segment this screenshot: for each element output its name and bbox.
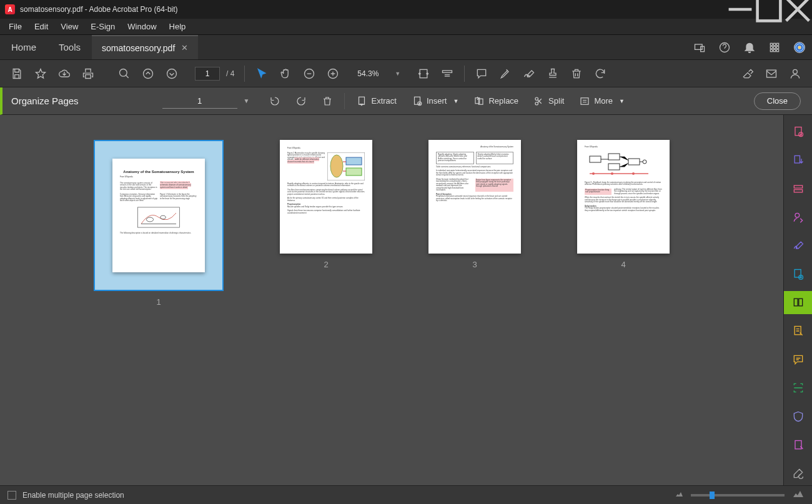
split-button[interactable]: Split: [527, 91, 570, 112]
request-sign-icon[interactable]: [784, 205, 813, 229]
svg-rect-59: [795, 440, 801, 448]
close-tab-icon[interactable]: ✕: [181, 43, 188, 52]
select-tool-icon[interactable]: [251, 63, 272, 84]
svg-rect-21: [420, 69, 427, 77]
stamp-icon[interactable]: [542, 63, 563, 84]
fill-sign-icon[interactable]: [784, 234, 813, 257]
page1-title: Anatomy of the Somatosensory System: [120, 170, 197, 174]
multi-select-checkbox[interactable]: [7, 491, 16, 500]
svg-rect-1: [695, 44, 703, 49]
menu-edit[interactable]: Edit: [28, 20, 54, 33]
erase-icon[interactable]: [737, 63, 758, 84]
redact-icon[interactable]: [784, 433, 813, 457]
comment-icon[interactable]: [471, 63, 492, 84]
share-devices-icon[interactable]: [687, 35, 712, 59]
rotate-cw-button[interactable]: [289, 91, 313, 112]
sticky-note-icon[interactable]: [784, 348, 813, 372]
close-button[interactable]: Close: [754, 92, 801, 110]
menu-esign[interactable]: E-Sign: [84, 20, 121, 33]
fit-width-icon[interactable]: [413, 63, 434, 84]
more-tools-icon[interactable]: [784, 462, 813, 485]
page-thumbnail-2[interactable]: From Wikipedia Figure 2 Mammalian muscle…: [280, 140, 372, 269]
combine-icon[interactable]: [784, 262, 813, 286]
page-thumbnail-3[interactable]: Anatomy of the Somatosensory System Rapi…: [428, 140, 521, 269]
create-pdf-icon[interactable]: [784, 120, 813, 144]
comment-tool-icon[interactable]: [784, 319, 813, 343]
page-thumbnail-4[interactable]: From Wikipedia Figure 3 - Feedback loops…: [577, 140, 670, 269]
page-count-label: / 4: [226, 69, 234, 78]
multi-select-label: Enable multiple page selection: [22, 491, 124, 500]
replace-button[interactable]: Replace: [467, 91, 525, 112]
star-icon[interactable]: [30, 63, 51, 84]
zoom-level[interactable]: 54.3%: [346, 66, 390, 82]
page-number-1: 1: [156, 297, 161, 307]
delete-icon[interactable]: [566, 63, 587, 84]
document-tab[interactable]: somatosensory.pdf ✕: [92, 35, 198, 59]
maximize-button[interactable]: [755, 0, 783, 19]
export-pdf-icon[interactable]: [784, 149, 813, 172]
bell-icon[interactable]: [737, 35, 762, 59]
page-thumbnails-area: Anatomy of the Somatosensory System From…: [0, 115, 783, 485]
main-toolbar: 1 / 4 54.3% ▼: [0, 60, 812, 87]
tab-home[interactable]: Home: [0, 35, 47, 59]
zoom-out-icon[interactable]: [299, 63, 320, 84]
right-tools-panel: [783, 115, 812, 485]
mail-icon[interactable]: [761, 63, 782, 84]
insert-button[interactable]: Insert▼: [405, 91, 465, 112]
svg-rect-22: [443, 71, 452, 72]
svg-rect-41: [608, 154, 620, 160]
sign-icon[interactable]: [518, 63, 540, 84]
more-button[interactable]: More▼: [573, 91, 631, 112]
page-down-icon[interactable]: [161, 63, 182, 84]
scan-icon[interactable]: [784, 376, 813, 400]
close-window-button[interactable]: [783, 0, 812, 19]
svg-point-24: [793, 69, 798, 74]
account-icon[interactable]: [785, 63, 806, 84]
rotate-ccw-button[interactable]: [263, 91, 287, 112]
organize-pages-icon[interactable]: [784, 291, 813, 315]
save-icon[interactable]: [6, 63, 27, 84]
thumbnail-size-slider[interactable]: [691, 494, 785, 497]
page-thumbnail-1[interactable]: Anatomy of the Somatosensory System From…: [94, 140, 224, 307]
protect-icon[interactable]: [784, 405, 813, 428]
rotate-icon[interactable]: [590, 63, 611, 84]
apps-grid-icon[interactable]: [762, 35, 787, 59]
find-icon[interactable]: [114, 63, 135, 84]
extract-button[interactable]: Extract: [350, 91, 402, 112]
delete-page-button[interactable]: [315, 91, 339, 112]
organize-page-dropdown-icon[interactable]: ▼: [244, 97, 250, 104]
hand-tool-icon[interactable]: [275, 63, 296, 84]
svg-point-16: [120, 69, 127, 76]
svg-point-37: [330, 155, 343, 177]
page-number-input[interactable]: 1: [195, 67, 220, 81]
svg-rect-56: [794, 299, 798, 307]
zoom-dropdown-icon[interactable]: ▼: [395, 71, 400, 77]
page-number-4: 4: [621, 260, 625, 269]
svg-point-47: [632, 172, 635, 175]
svg-rect-54: [795, 269, 801, 277]
svg-rect-0: [758, 0, 781, 21]
minimize-button[interactable]: [726, 0, 755, 19]
tab-tools[interactable]: Tools: [47, 35, 92, 59]
menu-help[interactable]: Help: [163, 20, 192, 33]
zoom-in-icon[interactable]: [322, 63, 344, 84]
page-up-icon[interactable]: [137, 63, 159, 84]
menu-window[interactable]: Window: [121, 20, 162, 33]
highlight-icon[interactable]: [495, 63, 516, 84]
svg-rect-42: [608, 164, 620, 170]
menu-file[interactable]: File: [2, 20, 28, 33]
read-mode-icon[interactable]: [437, 63, 458, 84]
edit-pdf-icon[interactable]: [784, 177, 813, 200]
tabbar: Home Tools somatosensory.pdf ✕: [0, 35, 812, 60]
print-icon[interactable]: [77, 63, 99, 84]
thumb-small-icon[interactable]: [675, 490, 683, 500]
help-icon[interactable]: [712, 35, 737, 59]
thumb-large-icon[interactable]: [792, 490, 805, 500]
svg-rect-8: [773, 46, 775, 48]
menu-view[interactable]: View: [54, 20, 84, 33]
page-number-2: 2: [324, 260, 328, 269]
organize-page-input[interactable]: 1: [162, 94, 237, 109]
profile-icon[interactable]: [787, 35, 812, 59]
organize-pages-bar: Organize Pages 1 ▼ Extract Insert▼ Repla…: [0, 87, 812, 115]
cloud-icon[interactable]: [54, 63, 75, 84]
